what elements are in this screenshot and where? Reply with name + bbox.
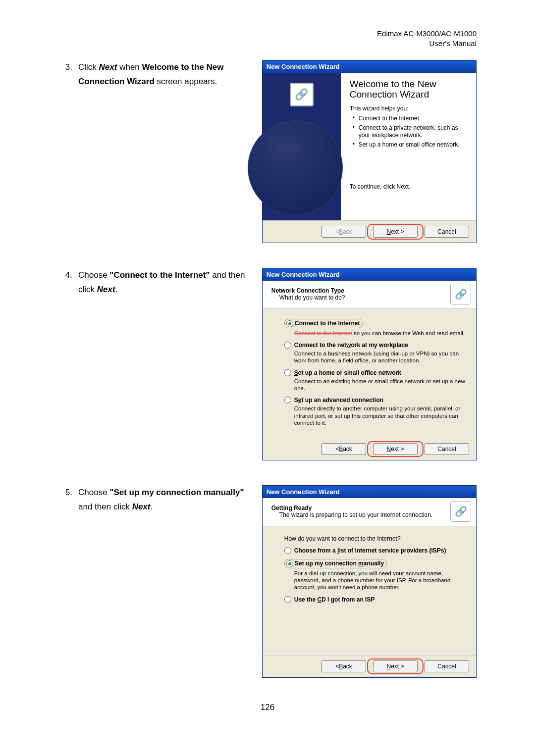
header-title: Getting Ready xyxy=(271,504,433,511)
option-highlight: Set up my connection manually xyxy=(284,559,387,568)
dialog-title: New Connection Wizard xyxy=(263,60,476,73)
dialog-header: Getting Ready The wizard is preparing to… xyxy=(263,498,476,526)
step-5-number: 5. xyxy=(58,485,78,515)
welcome-bullets: Connect to the Internet. Connect to a pr… xyxy=(350,115,469,149)
next-button-highlight: Next > xyxy=(371,443,420,455)
option-highlight: Connect to the Internet xyxy=(284,319,363,328)
next-button[interactable]: Next > xyxy=(373,226,418,238)
step-3-row: 3. Click Next when Welcome to the New Co… xyxy=(58,60,477,243)
dialog-title: New Connection Wizard xyxy=(263,268,476,281)
manual-page: Edimax AC-M3000/AC-M1000 User's Manual 3… xyxy=(0,0,535,732)
radio-icon xyxy=(284,369,291,376)
wizard-welcome-dialog: New Connection Wizard 🔗 Welcome to the N… xyxy=(262,60,477,243)
button-bar: < Back Next > Cancel xyxy=(263,655,476,677)
wizard-icon: 🔗 xyxy=(290,83,314,106)
back-button[interactable]: < Back xyxy=(321,443,366,455)
option-connect-internet[interactable]: Connect to the Internet Connect to the I… xyxy=(284,319,465,337)
radio-icon xyxy=(284,342,291,349)
wizard-icon: 🔗 xyxy=(450,284,471,304)
wizard-getting-ready-dialog: New Connection Wizard Getting Ready The … xyxy=(262,485,477,678)
option-advanced[interactable]: Set up an advanced connection Connect di… xyxy=(284,397,465,426)
radio-icon xyxy=(284,547,291,554)
dialog-header: Network Connection Type What do you want… xyxy=(263,281,476,309)
header-title: Network Connection Type xyxy=(271,287,345,294)
step-3-text: 3. Click Next when Welcome to the New Co… xyxy=(58,60,254,90)
globe-graphic xyxy=(248,120,343,215)
page-number: 126 xyxy=(58,703,477,712)
cancel-button[interactable]: Cancel xyxy=(425,443,469,455)
cancel-button[interactable]: Cancel xyxy=(425,226,469,238)
step-3-number: 3. xyxy=(58,60,78,90)
option-isp-list[interactable]: Choose from a list of Internet service p… xyxy=(284,547,465,554)
radio-icon xyxy=(284,596,291,603)
header-subtitle: What do you want to do? xyxy=(279,294,345,301)
step-4-number: 4. xyxy=(58,268,78,298)
button-bar: < Back Next > Cancel xyxy=(263,438,476,460)
next-button[interactable]: Next > xyxy=(373,660,418,672)
dialog-title: New Connection Wizard xyxy=(263,486,476,498)
welcome-title: Welcome to the New Connection Wizard xyxy=(350,79,469,101)
option-workplace[interactable]: Connect to the network at my workplace C… xyxy=(284,342,465,364)
option-cd[interactable]: Use the CD I got from an ISP xyxy=(284,596,465,603)
next-button-highlight: Next > xyxy=(371,226,420,238)
welcome-continue: To continue, click Next. xyxy=(350,183,469,190)
question: How do you want to connect to the Intern… xyxy=(284,535,465,542)
option-home-office[interactable]: Set up a home or small office network Co… xyxy=(284,369,465,392)
step-5-text: 5. Choose "Set up my connection manually… xyxy=(58,485,254,515)
back-button[interactable]: < Back xyxy=(321,226,366,238)
radio-icon xyxy=(284,397,291,403)
step-4-row: 4. Choose "Connect to the Internet" and … xyxy=(58,268,477,460)
radio-icon xyxy=(286,560,293,567)
step-5-row: 5. Choose "Set up my connection manually… xyxy=(58,485,477,678)
page-header: Edimax AC-M3000/AC-M1000 User's Manual xyxy=(58,29,477,49)
wizard-connection-type-dialog: New Connection Wizard Network Connection… xyxy=(262,268,477,460)
wizard-icon: 🔗 xyxy=(450,501,471,522)
next-button-highlight: Next > xyxy=(371,660,420,672)
button-bar: < Back Next > Cancel xyxy=(263,220,476,243)
step-4-text: 4. Choose "Connect to the Internet" and … xyxy=(58,268,254,298)
next-button[interactable]: Next > xyxy=(373,443,418,455)
doc-title: User's Manual xyxy=(58,39,477,49)
header-subtitle: The wizard is preparing to set up your I… xyxy=(279,511,433,518)
back-button[interactable]: < Back xyxy=(321,660,366,672)
cancel-button[interactable]: Cancel xyxy=(425,660,469,672)
product-name: Edimax AC-M3000/AC-M1000 xyxy=(58,29,477,39)
welcome-lead: This wizard helps you: xyxy=(350,105,469,112)
wizard-sidebar: 🔗 xyxy=(263,73,341,220)
radio-icon xyxy=(286,320,293,327)
option-manual[interactable]: Set up my connection manually For a dial… xyxy=(284,559,465,591)
